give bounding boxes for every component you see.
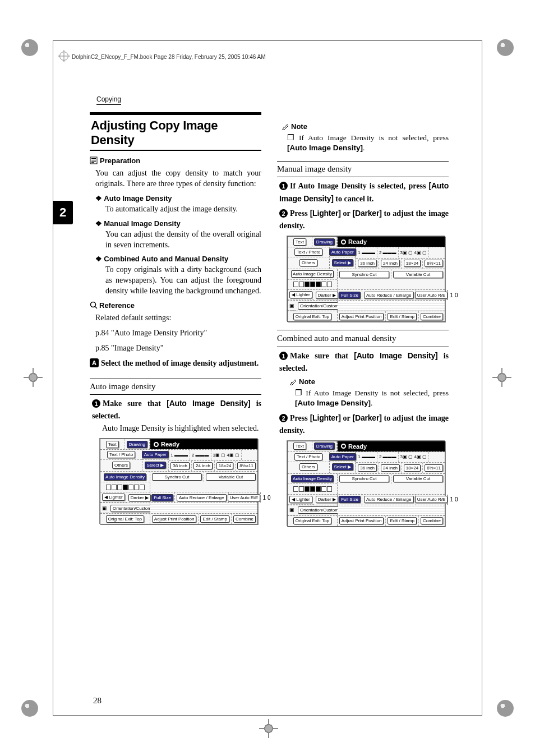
ui-ready-label-b: Ready xyxy=(348,238,367,245)
ui-full-size-button[interactable]: Full Size xyxy=(151,494,173,501)
ui-full-size-button-c[interactable]: Full Size xyxy=(339,496,361,503)
ui-adjust-print-button-b[interactable]: Adjust Print Position xyxy=(339,313,384,320)
note-label-2: Note xyxy=(299,377,315,386)
ui-auto-paper-button-b[interactable]: Auto Paper xyxy=(329,248,356,256)
ui-ready-bar-c: Ready xyxy=(338,441,445,451)
ui-synchro-button[interactable]: Synchro Cut xyxy=(152,473,202,481)
ui-orientation-button-c[interactable]: Orientation/Custom xyxy=(298,506,341,514)
ui-auto-paper-button[interactable]: Auto Paper xyxy=(142,451,169,458)
ui-text-photo-button-c[interactable]: Text / Photo xyxy=(294,453,322,460)
ui-full-size-button-b[interactable]: Full Size xyxy=(339,292,361,299)
ui-striped-area-c xyxy=(338,505,445,515)
running-head: DolphinC2_ENcopy_F_FM.book Page 28 Frida… xyxy=(72,54,266,60)
manual-s2-b: [Lighter] xyxy=(310,209,341,218)
ui-size-icons-b: 3▣ ▢ 4▣ ▢ xyxy=(399,247,430,257)
ui-24inch-button[interactable]: 24 inch xyxy=(193,462,213,469)
ui-density-led xyxy=(105,485,146,490)
ui-synchro-button-b[interactable]: Synchro Cut xyxy=(339,271,389,278)
ui-roll-2: 2 ▬▬▬ xyxy=(190,450,211,460)
ready-icon-c xyxy=(341,444,346,449)
ui-combine-button[interactable]: Combine xyxy=(233,515,256,523)
ui-auto-reduce-button[interactable]: Auto Reduce / Enlarge xyxy=(177,494,227,501)
circled-2-icon: 2 xyxy=(279,209,288,221)
ui-auto-density-button-off[interactable]: Auto Image Density xyxy=(291,270,334,278)
ui-variable-button[interactable]: Variable Cut xyxy=(206,473,256,481)
ui-user-auto-button-c[interactable]: User Auto R/E xyxy=(415,496,448,503)
ui-select-button[interactable]: Select ▶ xyxy=(145,462,166,469)
ui-36inch-button-c[interactable]: 36 inch xyxy=(358,464,377,472)
note-body-2: If Auto Image Density is not selected, p… xyxy=(295,388,449,408)
ui-combine-button-b[interactable]: Combine xyxy=(421,313,443,320)
corner-ball-br xyxy=(497,700,514,717)
ui-select-button-b[interactable]: Select ▶ xyxy=(332,259,353,266)
ui-orientation-button[interactable]: Orientation/Custom xyxy=(110,505,154,512)
ui-panel-manual: Text Drawing Ready Text / Photo Others A… xyxy=(287,236,445,322)
svg-rect-3 xyxy=(91,161,96,162)
ui-others-button[interactable]: Others xyxy=(112,462,130,469)
ui-ready-label-c: Ready xyxy=(348,443,367,450)
ui-edit-stamp-button-b[interactable]: Edit / Stamp xyxy=(388,313,417,320)
ui-85x11-button[interactable]: 8½×11 xyxy=(237,462,256,469)
ui-adjust-print-button[interactable]: Adjust Print Position xyxy=(152,515,197,523)
ui-orientation-button-b[interactable]: Orientation/Custom xyxy=(298,302,341,310)
ui-drawing-button-c[interactable]: Drawing xyxy=(314,442,335,450)
ui-18x24-button-b[interactable]: 18×24 xyxy=(404,260,421,267)
ui-auto-reduce-button-b[interactable]: Auto Reduce / Enlarge xyxy=(364,292,414,299)
content: Adjusting Copy Image Density Preparation… xyxy=(90,112,449,532)
ui-drawing-button-b[interactable]: Drawing xyxy=(314,238,335,246)
ui-variable-button-c[interactable]: Variable Cut xyxy=(393,475,443,482)
ui-auto-paper-button-c[interactable]: Auto Paper xyxy=(329,453,356,460)
svg-rect-4 xyxy=(91,162,94,163)
bullet-auto-density-label: Auto Image Density xyxy=(95,194,261,203)
ui-user-auto-button-b[interactable]: User Auto R/E xyxy=(415,292,448,299)
ui-text-button[interactable]: Text xyxy=(106,441,119,448)
svg-rect-1 xyxy=(91,158,96,159)
ui-others-button-c[interactable]: Others xyxy=(299,463,317,471)
ui-text-button-c[interactable]: Text xyxy=(293,442,306,450)
ui-drawing-button[interactable]: Drawing xyxy=(127,441,147,448)
ui-orig-exit-button-b[interactable]: Original Exit: Top xyxy=(293,313,331,320)
ui-36inch-button-b[interactable]: 36 inch xyxy=(358,260,377,267)
ui-darker-button-b[interactable]: Darker ▶ xyxy=(316,292,338,299)
ui-roll-1-c: 1 ▬▬▬ xyxy=(356,452,377,462)
ui-24inch-button-b[interactable]: 24 inch xyxy=(381,260,400,267)
ui-lighter-button[interactable]: ◀ Lighter xyxy=(102,494,125,501)
circled-1-icon: 1 xyxy=(92,399,100,411)
ui-text-button-b[interactable]: Text xyxy=(293,238,306,246)
corner-ball-tr xyxy=(497,39,514,56)
ui-text-photo-button-b[interactable]: Text / Photo xyxy=(294,248,322,256)
corner-ball-tl xyxy=(21,39,38,56)
ui-synchro-button-c[interactable]: Synchro Cut xyxy=(339,475,389,482)
left-column: Adjusting Copy Image Density Preparation… xyxy=(90,112,261,532)
ui-edit-stamp-button[interactable]: Edit / Stamp xyxy=(200,515,229,523)
ui-select-button-c[interactable]: Select ▶ xyxy=(332,463,353,471)
ui-18x24-button-c[interactable]: 18×24 xyxy=(404,464,421,472)
ui-striped-area xyxy=(150,503,257,513)
ui-lighter-button-b[interactable]: ◀ Lighter xyxy=(289,291,312,298)
ui-variable-button-b[interactable]: Variable Cut xyxy=(393,271,443,278)
ui-36inch-button[interactable]: 36 inch xyxy=(170,462,190,469)
ui-user-auto-button[interactable]: User Auto R/E xyxy=(228,494,261,501)
ui-85x11-button-b[interactable]: 8½×11 xyxy=(425,260,443,267)
ui-24inch-button-c[interactable]: 24 inch xyxy=(381,464,400,472)
circled-1-icon-c: 1 xyxy=(279,352,288,363)
ui-18x24-button[interactable]: 18×24 xyxy=(216,462,233,469)
comb-s2-d: [Darker] xyxy=(353,413,382,422)
ui-auto-density-button-on-c[interactable]: Auto Image Density xyxy=(291,475,334,482)
ui-darker-button-c[interactable]: Darker ▶ xyxy=(316,496,338,503)
ui-auto-reduce-button-c[interactable]: Auto Reduce / Enlarge xyxy=(364,496,414,503)
ui-text-photo-button[interactable]: Text / Photo xyxy=(107,451,135,458)
ui-darker-button[interactable]: Darker ▶ xyxy=(128,494,151,501)
manual-s2-a: Press xyxy=(290,209,310,218)
reference-body-1: Related default settings: xyxy=(95,313,261,324)
ui-others-button-b[interactable]: Others xyxy=(299,259,317,266)
ui-adjust-print-button-c[interactable]: Adjust Print Position xyxy=(339,517,384,524)
ui-85x11-button-c[interactable]: 8½×11 xyxy=(425,464,443,472)
ui-combine-button-c[interactable]: Combine xyxy=(421,517,443,524)
ui-lighter-button-c[interactable]: ◀ Lighter xyxy=(289,496,312,503)
ui-orig-exit-button-c[interactable]: Original Exit: Top xyxy=(293,517,331,524)
ready-icon xyxy=(154,442,159,447)
ui-auto-density-button-on[interactable]: Auto Image Density xyxy=(104,473,146,481)
ui-edit-stamp-button-c[interactable]: Edit / Stamp xyxy=(388,517,417,524)
ui-orig-exit-button[interactable]: Original Exit: Top xyxy=(106,515,144,523)
